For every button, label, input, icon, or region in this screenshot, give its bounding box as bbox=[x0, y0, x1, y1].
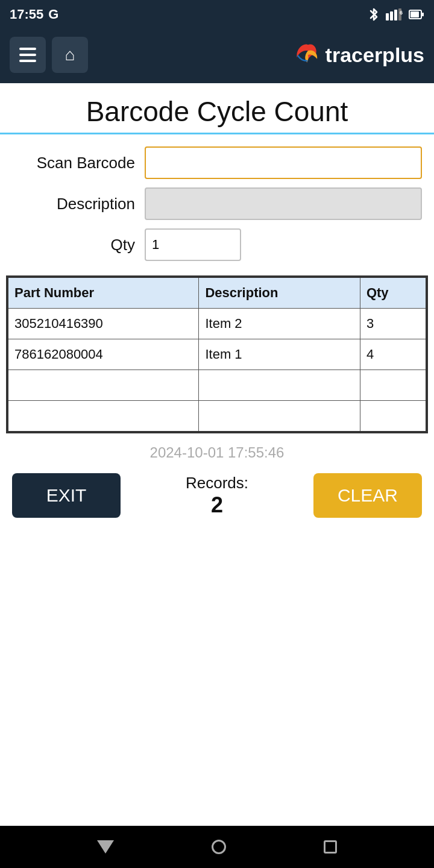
svg-text:6: 6 bbox=[400, 10, 403, 16]
page-title-section: Barcode Cycle Count bbox=[0, 83, 434, 134]
scan-barcode-input[interactable] bbox=[145, 146, 422, 179]
col-description: Description bbox=[199, 277, 360, 309]
col-qty: Qty bbox=[360, 277, 426, 309]
svg-rect-2 bbox=[394, 10, 397, 20]
timestamp-section: 2024-10-01 17:55:46 bbox=[0, 433, 434, 467]
table-header-row: Part Number Description Qty bbox=[8, 277, 426, 309]
table-row: 786162080004 Item 1 4 bbox=[8, 339, 426, 370]
battery-icon bbox=[409, 8, 424, 20]
action-bar: EXIT Records: 2 CLEAR bbox=[0, 467, 434, 524]
main-spacer bbox=[0, 524, 434, 826]
android-home-button[interactable] bbox=[212, 840, 226, 854]
status-carrier: G bbox=[48, 7, 58, 22]
description-label: Description bbox=[12, 195, 145, 213]
table-empty-row bbox=[8, 370, 426, 401]
bluetooth-icon bbox=[368, 8, 380, 21]
empty-cell bbox=[8, 401, 199, 432]
cell-description: Item 2 bbox=[199, 309, 360, 339]
table-row: 305210416390 Item 2 3 bbox=[8, 309, 426, 339]
svg-rect-0 bbox=[386, 13, 389, 20]
home-icon: ⌂ bbox=[65, 45, 75, 64]
table-empty-row bbox=[8, 401, 426, 432]
data-table-wrapper: Part Number Description Qty 305210416390… bbox=[6, 275, 428, 433]
hamburger-menu-button[interactable] bbox=[10, 37, 46, 73]
cell-part-number: 786162080004 bbox=[8, 339, 199, 370]
cell-part-number: 305210416390 bbox=[8, 309, 199, 339]
description-row: Description bbox=[12, 187, 422, 220]
android-back-button[interactable] bbox=[97, 840, 114, 854]
cell-description: Item 1 bbox=[199, 339, 360, 370]
qty-label: Qty bbox=[12, 236, 145, 254]
status-icons: 6 bbox=[368, 8, 424, 21]
exit-button[interactable]: EXIT bbox=[12, 473, 121, 518]
clear-button[interactable]: CLEAR bbox=[313, 473, 422, 518]
home-button[interactable]: ⌂ bbox=[52, 37, 88, 73]
cell-qty: 3 bbox=[360, 309, 426, 339]
scan-barcode-row: Scan Barcode bbox=[12, 146, 422, 179]
data-table: Part Number Description Qty 305210416390… bbox=[7, 277, 427, 432]
top-nav: ⌂ tracerplus bbox=[0, 29, 434, 83]
status-time-carrier: 17:55 G bbox=[10, 7, 58, 22]
empty-cell bbox=[199, 370, 360, 401]
nav-buttons: ⌂ bbox=[10, 37, 88, 73]
timestamp: 2024-10-01 17:55:46 bbox=[150, 444, 285, 461]
records-label: Records: bbox=[186, 474, 248, 492]
empty-cell bbox=[199, 401, 360, 432]
android-nav-bar bbox=[0, 826, 434, 868]
home-nav-icon bbox=[212, 840, 226, 854]
form-section: Scan Barcode Description Qty bbox=[0, 134, 434, 275]
records-count: 2 bbox=[186, 492, 248, 518]
signal-icon: 6 bbox=[386, 8, 403, 20]
logo-text: tracerplus bbox=[326, 43, 424, 67]
cell-qty: 4 bbox=[360, 339, 426, 370]
recents-icon bbox=[324, 840, 337, 854]
empty-cell bbox=[8, 370, 199, 401]
tracerplus-bird-icon bbox=[293, 40, 323, 70]
hamburger-icon bbox=[19, 48, 36, 62]
page-title: Barcode Cycle Count bbox=[10, 95, 424, 128]
qty-input[interactable] bbox=[145, 228, 241, 261]
svg-rect-1 bbox=[390, 11, 393, 20]
android-recents-button[interactable] bbox=[324, 840, 337, 854]
status-time: 17:55 bbox=[10, 7, 43, 22]
svg-rect-6 bbox=[410, 11, 419, 17]
empty-cell bbox=[360, 401, 426, 432]
back-icon bbox=[97, 840, 114, 854]
scan-barcode-label: Scan Barcode bbox=[12, 154, 145, 172]
col-part-number: Part Number bbox=[8, 277, 199, 309]
qty-row: Qty bbox=[12, 228, 422, 261]
svg-rect-7 bbox=[422, 13, 424, 16]
status-bar: 17:55 G 6 bbox=[0, 0, 434, 29]
records-info: Records: 2 bbox=[186, 474, 248, 518]
logo: tracerplus bbox=[293, 40, 424, 70]
description-input bbox=[145, 187, 422, 220]
empty-cell bbox=[360, 370, 426, 401]
